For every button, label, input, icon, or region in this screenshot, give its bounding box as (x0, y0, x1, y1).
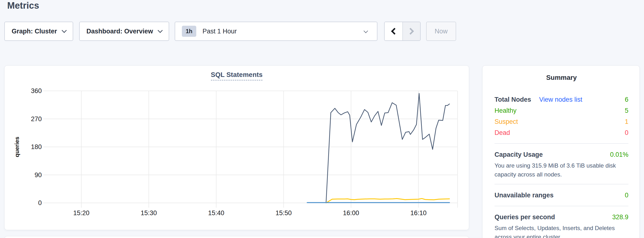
y-tick-label: 360 (31, 87, 42, 94)
queries-per-second-value: 328.9 (612, 213, 628, 221)
series-dark-slate-line (326, 93, 450, 202)
graph-dropdown[interactable]: Graph: Cluster (4, 22, 73, 41)
graph-dropdown-label: Graph: Cluster (12, 28, 57, 35)
total-nodes-value: 6 (625, 96, 628, 103)
sql-statements-card: SQL Statements 09018027036015:2015:3015:… (4, 65, 469, 230)
x-tick-label: 15:20 (73, 209, 90, 217)
suspect-label: Suspect (494, 118, 518, 126)
total-nodes-row: Total Nodes View nodes list 6 (494, 94, 628, 105)
capacity-usage-label: Capacity Usage (494, 151, 543, 158)
healthy-value: 5 (625, 107, 628, 114)
suspect-nodes-row: Suspect 1 (494, 116, 628, 127)
x-tick-label: 16:10 (410, 209, 426, 217)
next-time-button[interactable] (402, 22, 420, 40)
time-range-badge: 1h (182, 26, 196, 37)
queries-per-second-row: Queries per second 328.9 (494, 211, 628, 223)
capacity-usage-row: Capacity Usage 0.01% (494, 149, 628, 160)
now-button[interactable]: Now (426, 22, 456, 41)
summary-panel: Summary Total Nodes View nodes list 6 He… (482, 65, 640, 238)
chevron-left-icon (391, 28, 398, 35)
x-tick-label: 15:40 (208, 209, 224, 217)
unavailable-ranges-label: Unavailable ranges (494, 192, 554, 199)
dashboard-dropdown-label: Dashboard: Overview (86, 28, 153, 35)
summary-title: Summary (494, 74, 628, 81)
view-nodes-list-link[interactable]: View nodes list (539, 96, 582, 103)
page-title: Metrics (7, 1, 39, 11)
dashboard-dropdown[interactable]: Dashboard: Overview (79, 22, 169, 41)
unavailable-ranges-value: 0 (625, 192, 628, 199)
queries-per-second-label: Queries per second (494, 213, 555, 221)
prev-time-button[interactable] (384, 22, 402, 40)
healthy-nodes-row: Healthy 5 (494, 105, 628, 116)
x-tick-label: 15:50 (276, 209, 292, 217)
chevron-down-icon (62, 28, 66, 33)
chevron-down-icon (364, 29, 368, 33)
divider (494, 143, 628, 144)
y-tick-label: 180 (31, 143, 42, 151)
next-chart-card (4, 236, 469, 238)
capacity-usage-description: You are using 315.9 MiB of 3.6 TiB usabl… (494, 161, 628, 179)
healthy-label: Healthy (494, 107, 516, 114)
dead-value: 0 (625, 129, 628, 137)
capacity-usage-value: 0.01% (610, 151, 628, 158)
y-tick-label: 270 (31, 115, 42, 123)
unavailable-ranges-row: Unavailable ranges 0 (494, 190, 628, 201)
y-tick-label: 90 (34, 171, 42, 179)
total-nodes-cell: Total Nodes View nodes list (494, 96, 582, 103)
x-tick-label: 16:00 (343, 209, 359, 217)
chevron-right-icon (407, 28, 414, 35)
divider (494, 206, 628, 206)
queries-per-second-description: Sum of Selects, Updates, Inserts, and De… (494, 223, 628, 238)
dead-label: Dead (494, 129, 510, 137)
time-pager (384, 22, 420, 41)
metrics-page: { "page": { "title": "Metrics" }, "toolb… (0, 0, 644, 238)
chevron-down-icon (158, 28, 163, 33)
x-tick-label: 15:30 (140, 209, 157, 217)
sql-statements-chart: 09018027036015:2015:3015:4015:5016:0016:… (4, 66, 469, 230)
y-tick-label: 0 (38, 199, 42, 206)
total-nodes-label: Total Nodes (494, 96, 531, 103)
suspect-value: 1 (625, 118, 628, 126)
time-range-dropdown[interactable]: 1h Past 1 Hour (175, 22, 378, 41)
divider (494, 184, 628, 184)
y-axis-label: queries (14, 137, 20, 157)
dead-nodes-row: Dead 0 (494, 127, 628, 138)
time-range-label: Past 1 Hour (202, 28, 237, 35)
